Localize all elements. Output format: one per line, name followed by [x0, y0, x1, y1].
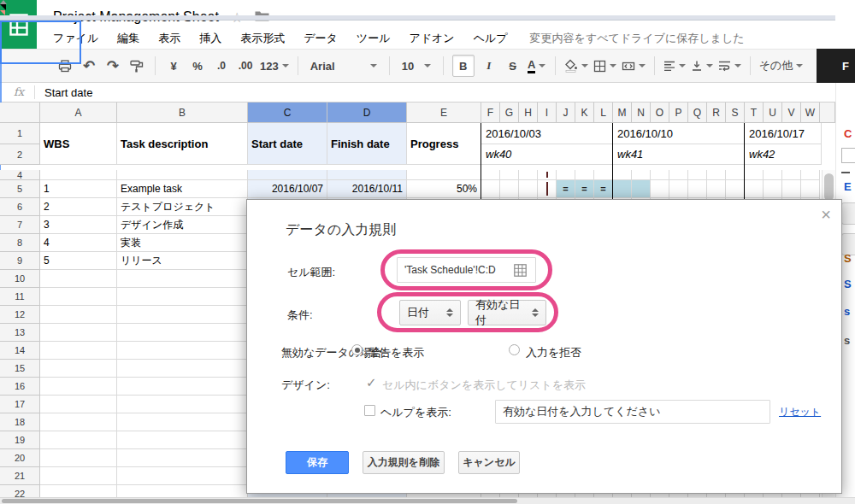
criteria-type-dropdown[interactable]: 日付 — [399, 300, 461, 325]
row-header-16[interactable]: 16 — [0, 378, 40, 396]
cell-B20[interactable] — [117, 449, 248, 467]
cell-A12[interactable] — [40, 306, 117, 324]
show-help-checkbox[interactable] — [364, 405, 375, 416]
cell-R4[interactable] — [707, 170, 726, 180]
row-header-17[interactable]: 17 — [0, 396, 40, 413]
cell-U4[interactable] — [764, 170, 782, 180]
cell-B9[interactable]: リリース — [117, 252, 248, 270]
column-header-M[interactable]: M — [613, 103, 632, 123]
cell-E5[interactable]: 50% — [407, 180, 481, 198]
cell-B5[interactable]: Example task — [117, 180, 248, 198]
row-header-13[interactable]: 13 — [0, 324, 40, 342]
week-label-2[interactable]: wk41 — [613, 144, 745, 165]
cell-C5[interactable]: 2016/10/07 — [248, 180, 327, 198]
cell-I4[interactable] — [538, 170, 557, 180]
column-header-S[interactable]: S — [726, 103, 745, 123]
column-header-P[interactable]: P — [669, 103, 688, 123]
close-icon[interactable]: × — [821, 205, 831, 225]
reject-radio-label[interactable]: 入力を拒否 — [526, 345, 581, 360]
frozen-header-A[interactable]: WBS — [40, 123, 117, 165]
column-header-L[interactable]: L — [594, 103, 613, 123]
cell-A20[interactable] — [40, 449, 117, 467]
column-header-B[interactable]: B — [117, 103, 248, 123]
week-date-1[interactable]: 2016/10/03 — [481, 123, 613, 144]
cell-P5[interactable] — [669, 180, 688, 198]
right-panel-box[interactable] — [841, 148, 855, 163]
cell-N4[interactable] — [632, 170, 651, 180]
cell-Q4[interactable] — [688, 170, 707, 180]
cell-L4[interactable] — [594, 170, 613, 180]
cell-B16[interactable] — [117, 378, 248, 396]
frozen-header-E[interactable]: Progress — [407, 123, 481, 165]
column-header-V[interactable]: V — [782, 103, 801, 123]
row-header-19[interactable]: 19 — [0, 431, 40, 449]
cell-A21[interactable] — [40, 467, 117, 485]
row-header-8[interactable]: 8 — [0, 234, 40, 252]
cell-C4[interactable] — [248, 170, 327, 180]
cell-G5[interactable] — [500, 180, 519, 198]
gantt-bar-cell-J5[interactable]: = — [557, 180, 575, 198]
share-panel-fragment[interactable]: F — [817, 49, 855, 83]
in-cell-button-label[interactable]: セル内にボタンを表示してリストを表示 — [382, 378, 586, 393]
column-header-N[interactable]: N — [632, 103, 651, 123]
cell-T5[interactable] — [745, 180, 764, 198]
cell-B17[interactable] — [117, 396, 248, 413]
cell-O5[interactable] — [651, 180, 669, 198]
cell-D4[interactable] — [327, 170, 407, 180]
row-header-18[interactable]: 18 — [0, 413, 40, 431]
row-header-20[interactable]: 20 — [0, 449, 40, 467]
cell-H4[interactable] — [519, 170, 538, 180]
cell-V5[interactable] — [782, 180, 801, 198]
cell-D5[interactable]: 2016/10/11 — [327, 180, 407, 198]
cell-T4[interactable] — [745, 170, 764, 180]
cell-B12[interactable] — [117, 306, 248, 324]
reset-link[interactable]: リセット — [779, 405, 821, 419]
cell-A11[interactable] — [40, 288, 117, 306]
cell-B19[interactable] — [117, 431, 248, 449]
column-header-R[interactable]: R — [707, 103, 726, 123]
column-header-D[interactable]: D — [327, 103, 407, 123]
column-header-H[interactable]: H — [519, 103, 538, 123]
cell-A10[interactable] — [40, 270, 117, 288]
cell-B14[interactable] — [117, 342, 248, 360]
cell-A6[interactable]: 2 — [40, 198, 117, 216]
column-header-F[interactable]: F — [481, 103, 500, 123]
cell-B10[interactable] — [117, 270, 248, 288]
select-range-grid-icon[interactable] — [514, 264, 527, 279]
cell-J4[interactable] — [557, 170, 575, 180]
cell-A18[interactable] — [40, 413, 117, 431]
horizontal-scrollbar[interactable] — [0, 497, 855, 504]
help-text-input[interactable] — [495, 400, 770, 424]
remove-rule-button[interactable]: 入力規則を削除 — [363, 451, 445, 474]
cell-W4[interactable] — [801, 170, 820, 180]
horizontal-scrollbar-thumb[interactable] — [2, 499, 517, 503]
column-header-K[interactable]: K — [575, 103, 594, 123]
row-header-6[interactable]: 6 — [0, 198, 40, 216]
cell-I5[interactable] — [538, 180, 557, 198]
cell-G4[interactable] — [500, 170, 519, 180]
row-header-10[interactable]: 10 — [0, 270, 40, 288]
column-header-J[interactable]: J — [557, 103, 575, 123]
column-header-O[interactable]: O — [651, 103, 669, 123]
cell-B18[interactable] — [117, 413, 248, 431]
row-header-11[interactable]: 11 — [0, 288, 40, 306]
corner-selector[interactable] — [0, 103, 40, 123]
column-header-E[interactable]: E — [407, 103, 481, 123]
row-header-1[interactable]: 1 — [0, 123, 40, 144]
week-date-3[interactable]: 2016/10/17 — [745, 123, 822, 144]
cell-B13[interactable] — [117, 324, 248, 342]
row-header-5[interactable]: 5 — [0, 180, 40, 198]
save-button[interactable]: 保存 — [286, 451, 349, 474]
row-header-21[interactable]: 21 — [0, 467, 40, 485]
week-label-1[interactable]: wk40 — [481, 144, 613, 165]
gantt-bar-cell-L5[interactable]: = — [594, 180, 613, 198]
show-help-label[interactable]: ヘルプを表示: — [380, 405, 451, 420]
row-header-9[interactable]: 9 — [0, 252, 40, 270]
cell-A7[interactable]: 3 — [40, 216, 117, 234]
checked-checkbox-icon[interactable]: ✓ — [366, 375, 377, 390]
column-header-U[interactable]: U — [764, 103, 782, 123]
cell-A13[interactable] — [40, 324, 117, 342]
warn-radio[interactable] — [351, 344, 363, 355]
week-label-3[interactable]: wk42 — [745, 144, 822, 165]
cell-M4[interactable] — [613, 170, 632, 180]
